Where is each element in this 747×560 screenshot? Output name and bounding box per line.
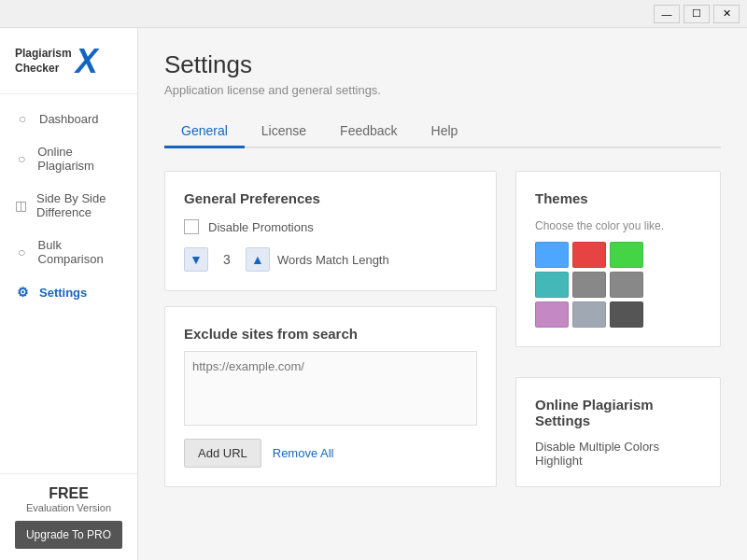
- color-swatch-1[interactable]: [572, 242, 606, 268]
- sidebar-item-online-plagiarism[interactable]: ○ Online Plagiarism: [0, 135, 137, 182]
- side-by-side-icon: ◫: [15, 198, 27, 213]
- color-swatch-4[interactable]: [572, 272, 606, 298]
- sidebar-item-settings[interactable]: ⚙ Settings: [0, 275, 137, 309]
- sidebar-nav: ○ Dashboard ○ Online Plagiarism ◫ Side B…: [0, 94, 137, 473]
- logo-x: X: [76, 45, 98, 78]
- free-label: FREE: [15, 485, 122, 502]
- color-swatch-2[interactable]: [610, 242, 643, 268]
- color-swatch-6[interactable]: [535, 301, 569, 328]
- disable-promotions-label: Disable Promotions: [208, 220, 314, 234]
- url-actions: Add URL Remove All: [184, 439, 477, 468]
- add-url-button[interactable]: Add URL: [184, 439, 261, 468]
- words-match-value: 3: [216, 252, 238, 267]
- disable-promotions-row: Disable Promotions: [184, 219, 477, 234]
- logo-text-line1: Plagiarism: [15, 47, 72, 62]
- right-column: Themes Choose the color you like. Online…: [515, 171, 721, 502]
- color-grid: [535, 242, 701, 328]
- logo-text-line2: Checker: [15, 62, 72, 77]
- sidebar: Plagiarism Checker X ○ Dashboard ○ Onlin…: [0, 28, 138, 560]
- tab-general[interactable]: General: [164, 116, 245, 148]
- logo-text-block: Plagiarism Checker: [15, 47, 72, 76]
- main-content: Settings Application license and general…: [138, 28, 747, 560]
- sidebar-item-side-by-side[interactable]: ◫ Side By Side Difference: [0, 182, 137, 229]
- themes-title: Themes: [535, 190, 701, 206]
- url-textarea[interactable]: [184, 351, 477, 426]
- color-swatch-7[interactable]: [572, 301, 606, 328]
- page-title: Settings: [164, 50, 721, 79]
- title-bar: — ☐ ✕: [0, 0, 747, 28]
- exclude-sites-card: Exclude sites from search Add URL Remove…: [164, 306, 497, 487]
- app-container: Plagiarism Checker X ○ Dashboard ○ Onlin…: [0, 28, 747, 560]
- minimize-button[interactable]: —: [654, 5, 680, 23]
- remove-all-link[interactable]: Remove All: [273, 446, 334, 460]
- sidebar-logo: Plagiarism Checker X: [0, 28, 137, 94]
- themes-subtitle: Choose the color you like.: [535, 219, 701, 232]
- left-column: General Preferences Disable Promotions ▼…: [164, 171, 497, 502]
- tab-license[interactable]: License: [245, 116, 323, 148]
- tab-help[interactable]: Help: [415, 116, 475, 148]
- dashboard-icon: ○: [15, 111, 30, 126]
- color-swatch-8[interactable]: [610, 301, 643, 328]
- color-swatch-3[interactable]: [535, 272, 569, 298]
- general-preferences-title: General Preferences: [184, 190, 477, 206]
- tabs: General License Feedback Help: [164, 116, 721, 148]
- sidebar-item-label: Bulk Comparison: [38, 238, 122, 266]
- online-settings-card: Online Plagiarism Settings Disable Multi…: [515, 377, 721, 487]
- decrement-button[interactable]: ▼: [184, 247, 208, 272]
- disable-multiple-colors-label: Disable Multiple Colors Highlight: [535, 440, 701, 468]
- color-swatch-0[interactable]: [535, 242, 569, 268]
- settings-icon: ⚙: [15, 285, 30, 300]
- color-swatch-5[interactable]: [610, 272, 643, 298]
- sidebar-item-bulk-comparison[interactable]: ○ Bulk Comparison: [0, 229, 137, 275]
- sidebar-item-label: Online Plagiarism: [37, 145, 122, 173]
- tab-feedback[interactable]: Feedback: [323, 116, 414, 148]
- words-match-label: Words Match Length: [277, 253, 389, 267]
- sidebar-item-label: Settings: [39, 286, 87, 300]
- disable-promotions-checkbox[interactable]: [184, 219, 199, 234]
- online-settings-title: Online Plagiarism Settings: [535, 397, 701, 428]
- increment-button[interactable]: ▲: [246, 247, 270, 272]
- themes-card: Themes Choose the color you like.: [515, 171, 721, 347]
- eval-label: Evaluation Version: [15, 502, 122, 513]
- bulk-comparison-icon: ○: [15, 245, 29, 259]
- words-match-row: ▼ 3 ▲ Words Match Length: [184, 247, 477, 272]
- content-grid: General Preferences Disable Promotions ▼…: [164, 171, 721, 502]
- sidebar-footer: FREE Evaluation Version Upgrade To PRO: [0, 473, 137, 560]
- sidebar-item-dashboard[interactable]: ○ Dashboard: [0, 102, 137, 135]
- maximize-button[interactable]: ☐: [684, 5, 710, 23]
- close-button[interactable]: ✕: [713, 5, 740, 23]
- exclude-sites-title: Exclude sites from search: [184, 326, 477, 342]
- general-preferences-card: General Preferences Disable Promotions ▼…: [164, 171, 497, 291]
- page-subtitle: Application license and general settings…: [164, 83, 721, 97]
- window-controls: — ☐ ✕: [654, 5, 740, 23]
- upgrade-button[interactable]: Upgrade To PRO: [15, 521, 122, 549]
- online-plagiarism-icon: ○: [15, 151, 28, 166]
- sidebar-item-label: Side By Side Difference: [36, 191, 122, 219]
- sidebar-item-label: Dashboard: [39, 112, 99, 126]
